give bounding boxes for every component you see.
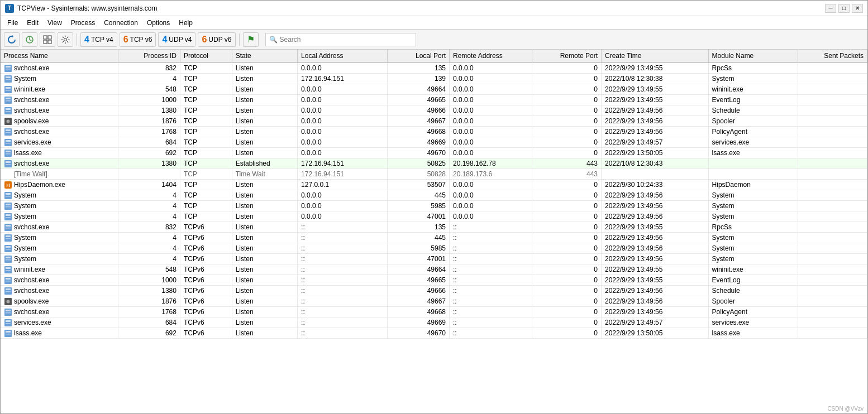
col-header-createtime[interactable]: Create Time bbox=[601, 50, 708, 62]
svg-rect-45 bbox=[6, 217, 11, 218]
table-row[interactable]: spoolsv.exe 1876 TCPv6 Listen :: 49667 :… bbox=[1, 296, 867, 307]
cell-pid: 4 bbox=[118, 201, 180, 211]
menu-file[interactable]: File bbox=[3, 18, 22, 28]
cell-localaddr: 127.0.0.1 bbox=[298, 180, 388, 190]
menu-view[interactable]: View bbox=[43, 18, 66, 28]
col-header-protocol[interactable]: Protocol bbox=[180, 50, 232, 62]
udp6-button[interactable]: 6 UDP v6 bbox=[198, 32, 235, 47]
svg-rect-4 bbox=[48, 40, 51, 44]
table-row[interactable]: services.exe 684 TCPv6 Listen :: 49669 :… bbox=[1, 317, 867, 328]
title-bar: T TCPView - Sysinternals: www.sysinterna… bbox=[1, 1, 867, 16]
svg-rect-74 bbox=[6, 323, 11, 324]
cell-localport: 445 bbox=[387, 233, 449, 243]
cell-localaddr: 0.0.0.0 bbox=[298, 211, 388, 222]
table-row[interactable]: System 4 TCPv6 Listen :: 47001 :: 0 2022… bbox=[1, 254, 867, 264]
maximize-button[interactable]: □ bbox=[838, 4, 850, 13]
cell-modulename: System bbox=[708, 74, 798, 84]
col-header-modulename[interactable]: Module Name bbox=[708, 50, 798, 62]
table-row[interactable]: svchost.exe 1380 TCPv6 Listen :: 49666 :… bbox=[1, 286, 867, 296]
search-input[interactable] bbox=[280, 36, 412, 44]
refresh-button[interactable] bbox=[4, 32, 20, 47]
col-header-pid[interactable]: Process ID bbox=[118, 50, 180, 62]
cell-localaddr: 0.0.0.0 bbox=[298, 95, 388, 105]
cell-protocol: TCP bbox=[180, 158, 232, 169]
table-row[interactable]: svchost.exe 832 TCPv6 Listen :: 135 :: 0… bbox=[1, 222, 867, 233]
flag-button[interactable]: ⚑ bbox=[243, 32, 259, 47]
table-row[interactable]: svchost.exe 1380 TCP Listen 0.0.0.0 4966… bbox=[1, 105, 867, 116]
cell-createtime: 2022/9/29 13:50:05 bbox=[601, 328, 708, 339]
table-row[interactable]: HHipsDaemon.exe 1404 TCP Listen 127.0.0.… bbox=[1, 180, 867, 190]
table-row[interactable]: services.exe 684 TCP Listen 0.0.0.0 4966… bbox=[1, 137, 867, 148]
col-header-state[interactable]: State bbox=[232, 50, 297, 62]
cell-localport: 50828 bbox=[387, 169, 449, 180]
auto-refresh-button[interactable] bbox=[22, 32, 37, 47]
table-row[interactable]: svchost.exe 1000 TCPv6 Listen :: 49665 :… bbox=[1, 275, 867, 286]
col-header-processname[interactable]: Process Name bbox=[1, 50, 118, 62]
table-row[interactable]: System 4 TCP Listen 0.0.0.0 5985 0.0.0.0… bbox=[1, 201, 867, 211]
table-row[interactable]: lsass.exe 692 TCP Listen 0.0.0.0 49670 0… bbox=[1, 148, 867, 158]
cell-modulename: RpcSs bbox=[708, 222, 798, 233]
cell-remoteaddr: :: bbox=[450, 328, 532, 339]
cell-localaddr: 0.0.0.0 bbox=[298, 137, 388, 148]
table-row[interactable]: wininit.exe 548 TCP Listen 0.0.0.0 49664… bbox=[1, 84, 867, 95]
svg-rect-71 bbox=[6, 312, 11, 314]
cell-remoteport: 0 bbox=[532, 222, 602, 233]
table-row[interactable]: svchost.exe 1000 TCP Listen 0.0.0.0 4966… bbox=[1, 95, 867, 105]
table-row[interactable]: spoolsv.exe 1876 TCP Listen 0.0.0.0 4966… bbox=[1, 116, 867, 127]
table-row[interactable]: System 4 TCP Listen 0.0.0.0 445 0.0.0.0 … bbox=[1, 190, 867, 201]
process-icon bbox=[4, 191, 12, 199]
cell-state: Listen bbox=[232, 84, 297, 95]
cell-pid: 4 bbox=[118, 254, 180, 264]
menu-connection[interactable]: Connection bbox=[99, 18, 142, 28]
cell-remoteport: 0 bbox=[532, 286, 602, 296]
cell-localport: 49668 bbox=[387, 127, 449, 137]
table-row[interactable]: svchost.exe 1768 TCP Listen 0.0.0.0 4966… bbox=[1, 127, 867, 137]
svg-rect-54 bbox=[6, 249, 11, 250]
close-button[interactable]: ✕ bbox=[852, 4, 863, 13]
cell-modulename: wininit.exe bbox=[708, 84, 798, 95]
table-row[interactable]: System 4 TCP Listen 172.16.94.151 139 0.… bbox=[1, 74, 867, 84]
menu-process[interactable]: Process bbox=[66, 18, 99, 28]
cell-modulename: lsass.exe bbox=[708, 148, 798, 158]
cell-createtime: 2022/9/29 13:49:55 bbox=[601, 62, 708, 74]
table-row[interactable]: svchost.exe 832 TCP Listen 0.0.0.0 135 0… bbox=[1, 62, 867, 74]
endpoints-button[interactable] bbox=[40, 32, 55, 47]
svg-rect-75 bbox=[4, 330, 12, 337]
svg-rect-2 bbox=[48, 36, 51, 39]
table-row[interactable]: System 4 TCPv6 Listen :: 5985 :: 0 2022/… bbox=[1, 243, 867, 254]
svg-rect-43 bbox=[4, 213, 12, 220]
col-header-remoteaddr[interactable]: Remote Address bbox=[450, 50, 532, 62]
udp6-label: UDP v6 bbox=[208, 36, 231, 44]
table-row[interactable]: svchost.exe 1380 TCP Established 172.16.… bbox=[1, 158, 867, 169]
cell-sentpackets bbox=[798, 211, 867, 222]
cell-modulename: System bbox=[708, 243, 798, 254]
cell-localport: 5985 bbox=[387, 201, 449, 211]
menu-options[interactable]: Options bbox=[142, 18, 174, 28]
tcp4-button[interactable]: 4 TCP v4 bbox=[80, 32, 117, 47]
col-header-localaddr[interactable]: Local Address bbox=[298, 50, 388, 62]
cell-localaddr: :: bbox=[298, 254, 388, 264]
cell-state: Listen bbox=[232, 211, 297, 222]
col-header-remoteport[interactable]: Remote Port bbox=[532, 50, 602, 62]
tcp6-button[interactable]: 6 TCP v6 bbox=[120, 32, 156, 47]
table-row[interactable]: wininit.exe 548 TCPv6 Listen :: 49664 ::… bbox=[1, 264, 867, 275]
menu-edit[interactable]: Edit bbox=[22, 18, 43, 28]
minimize-button[interactable]: ─ bbox=[825, 4, 836, 13]
cell-pid: 4 bbox=[118, 74, 180, 84]
cell-createtime: 2022/9/29 13:49:57 bbox=[601, 317, 708, 328]
col-header-sentpackets[interactable]: Sent Packets bbox=[798, 50, 867, 62]
table-row[interactable]: System 4 TCPv6 Listen :: 445 :: 0 2022/9… bbox=[1, 233, 867, 243]
col-header-localport[interactable]: Local Port bbox=[387, 50, 449, 62]
table-row[interactable]: lsass.exe 692 TCPv6 Listen :: 49670 :: 0… bbox=[1, 328, 867, 339]
table-container[interactable]: Process Name Process ID Protocol State L… bbox=[1, 50, 867, 413]
cell-createtime: 2022/9/29 13:49:56 bbox=[601, 116, 708, 127]
table-row[interactable]: System 4 TCP Listen 0.0.0.0 47001 0.0.0.… bbox=[1, 211, 867, 222]
cell-state: Listen bbox=[232, 296, 297, 307]
svg-rect-16 bbox=[6, 98, 11, 99]
udp4-button[interactable]: 4 UDP v4 bbox=[158, 32, 195, 47]
menu-help[interactable]: Help bbox=[174, 18, 197, 28]
settings-button[interactable] bbox=[58, 32, 73, 47]
table-row[interactable]: svchost.exe 1768 TCPv6 Listen :: 49668 :… bbox=[1, 307, 867, 317]
cell-remoteaddr: 0.0.0.0 bbox=[450, 137, 532, 148]
table-row[interactable]: [Time Wait] TCP Time Wait 172.16.94.151 … bbox=[1, 169, 867, 180]
